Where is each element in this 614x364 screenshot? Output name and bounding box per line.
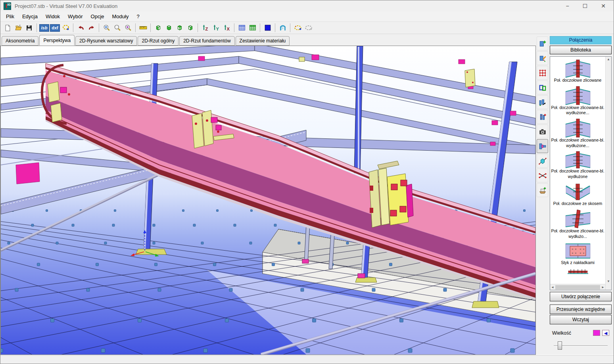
window-title: Project07.stb - Virtual Steel V7.00 Eval… xyxy=(15,3,117,9)
save-icon[interactable] xyxy=(24,23,35,33)
tab-2d-rysunek-warsztatowy[interactable]: 2D-Rysunek warsztatowy xyxy=(75,36,137,46)
render-photo-icon[interactable] xyxy=(537,125,548,138)
isb-norms-icon[interactable]: isb xyxy=(39,23,50,33)
menu-widok[interactable]: Widok xyxy=(42,12,64,21)
svg-text:X: X xyxy=(226,27,230,31)
tab-zestawienie-materialu[interactable]: Zestawienie materiału xyxy=(236,36,290,46)
magenta-color-swatch[interactable] xyxy=(593,330,600,336)
app-window: I 3D Project07.stb - Virtual Steel V7.00… xyxy=(0,0,614,364)
undo-icon[interactable] xyxy=(75,23,86,33)
view-cube-nw-icon[interactable] xyxy=(185,23,196,33)
library-item[interactable] xyxy=(550,268,605,275)
menu-help[interactable]: ? xyxy=(132,12,143,21)
scroll-left-icon[interactable]: ◄ xyxy=(551,285,554,289)
zoom-window-icon[interactable] xyxy=(123,23,133,33)
view-axis-x-icon[interactable]: X xyxy=(221,23,232,33)
axis-cross-icon[interactable] xyxy=(537,169,548,182)
butt-joint-thumbnail xyxy=(565,119,591,138)
frame-structure-icon[interactable] xyxy=(277,23,288,33)
add-member-icon[interactable] xyxy=(537,36,548,50)
divide-member-icon[interactable] xyxy=(537,110,548,124)
tab-aksonometria[interactable]: Aksonometria xyxy=(2,36,38,46)
library-item[interactable]: Styk z nakładkami xyxy=(550,242,605,266)
scroll-right-icon[interactable]: ► xyxy=(601,285,604,289)
size-label: Wielkość xyxy=(552,330,571,336)
relative-offset-button[interactable]: Przesunięcie względne xyxy=(550,305,612,314)
view-cube-sw-icon[interactable] xyxy=(153,23,163,33)
menubar: Plik Edycja Widok Wybór Opcje Moduły ? xyxy=(0,11,614,22)
maximize-button[interactable]: ☐ xyxy=(583,3,588,9)
view-cube-ne-icon[interactable] xyxy=(174,23,185,33)
rotate-view-disabled-icon xyxy=(303,23,314,33)
butt-joint-thumbnail xyxy=(565,59,591,78)
library-item[interactable]: Poł. doczołowe zlicowane-bl. wydłużo... xyxy=(550,209,605,239)
plate-splice-thumbnail xyxy=(565,242,591,260)
vertical-scrollbar[interactable]: ▲ ▼ xyxy=(605,57,611,290)
menu-wybor[interactable]: Wybór xyxy=(64,12,86,21)
connection-tool-icon[interactable] xyxy=(537,139,548,153)
panel-title: Połączenia xyxy=(550,36,612,44)
scroll-down-icon[interactable]: ▼ xyxy=(607,280,610,283)
side-toolbar xyxy=(536,34,549,355)
tab-2d-rzut-fundamentow[interactable]: 2D-Rzut fundamentów xyxy=(179,36,234,46)
load-button[interactable]: Wczytaj xyxy=(550,315,612,324)
grid-nodes-icon[interactable] xyxy=(537,66,548,80)
close-button[interactable]: ✕ xyxy=(601,3,606,9)
horizontal-scrollbar[interactable]: ◄ ► xyxy=(550,284,605,290)
view-axis-z-icon[interactable]: Z xyxy=(200,23,211,33)
butt-joint-thumbnail xyxy=(565,151,591,169)
view-tabbar: Aksonometria Perspektywa 2D-Rysunek wars… xyxy=(0,34,536,46)
library-item[interactable]: Poł. doczołowe zlicowane xyxy=(550,59,605,83)
skew-joint-thumbnail xyxy=(565,182,591,201)
partial-next-thumbnail xyxy=(565,268,591,275)
status-bar xyxy=(0,355,614,364)
move-member-icon[interactable] xyxy=(537,95,548,109)
dxf-export-icon[interactable]: dxf xyxy=(50,23,60,33)
app-icon: I 3D xyxy=(4,2,11,10)
connection-library-list[interactable]: Poł. doczołowe zlicowane Poł. doczołowe … xyxy=(550,56,612,290)
library-item[interactable]: Poł. doczołowe zlicowane-bl. wydłużone..… xyxy=(550,86,605,116)
table-materials-icon[interactable] xyxy=(247,23,258,33)
menu-plik[interactable]: Plik xyxy=(2,12,18,21)
view-axis-y-icon[interactable]: Y xyxy=(211,23,221,33)
edit-member-icon[interactable] xyxy=(537,51,548,65)
3d-viewport[interactable] xyxy=(0,46,536,355)
connections-panel: Połączenia Biblioteka Poł. doczołowe zli… xyxy=(549,34,614,355)
table-profiles-icon[interactable] xyxy=(236,23,247,33)
svg-text:Y: Y xyxy=(216,27,219,31)
blue-arrow-swatch[interactable]: ◀ xyxy=(602,330,609,336)
library-item[interactable]: Poł. doczołowe ze skosem xyxy=(550,182,605,207)
butt-joint-thumbnail xyxy=(565,86,591,105)
measure-ruler-icon[interactable] xyxy=(138,23,148,33)
node-tool-icon[interactable] xyxy=(537,154,548,168)
main-toolbar: isb dxf Z Y X xyxy=(0,22,614,34)
zoom-in-icon[interactable] xyxy=(101,23,112,33)
create-connection-button[interactable]: Utwórz połączenie xyxy=(550,292,612,301)
redraw-3d-icon[interactable] xyxy=(60,23,71,33)
minimize-button[interactable]: − xyxy=(566,3,569,9)
copy-member-icon[interactable] xyxy=(537,80,548,94)
tab-perspektywa[interactable]: Perspektywa xyxy=(39,35,75,46)
open-file-icon[interactable] xyxy=(13,23,24,33)
slider-thumb[interactable] xyxy=(558,341,562,350)
diagonal-joint-thumbnail xyxy=(565,209,591,228)
background-color-icon[interactable] xyxy=(262,23,273,33)
redo-icon[interactable] xyxy=(86,23,97,33)
new-document-icon[interactable] xyxy=(2,23,13,33)
svg-text:Z: Z xyxy=(205,27,208,31)
library-button[interactable]: Biblioteka xyxy=(550,46,612,54)
size-slider[interactable] xyxy=(550,341,612,350)
export-part-icon[interactable] xyxy=(537,183,548,197)
library-item[interactable]: Poł. doczołowe zlicowane-bl. wydłużone..… xyxy=(550,119,605,148)
tab-2d-rzut-ogolny[interactable]: 2D-Rzut ogólny xyxy=(138,36,178,46)
hscroll-thumb[interactable] xyxy=(555,285,600,289)
library-item[interactable]: Poł. doczołowe zlicowane-bl. wydłużone xyxy=(550,151,605,179)
titlebar: I 3D Project07.stb - Virtual Steel V7.00… xyxy=(0,0,614,11)
rotate-view-icon[interactable] xyxy=(292,23,303,33)
menu-moduly[interactable]: Moduły xyxy=(108,12,133,21)
scroll-up-icon[interactable]: ▲ xyxy=(607,57,610,61)
view-cube-se-icon[interactable] xyxy=(163,23,174,33)
zoom-out-icon[interactable] xyxy=(112,23,123,33)
menu-opcje[interactable]: Opcje xyxy=(87,12,108,21)
menu-edycja[interactable]: Edycja xyxy=(18,12,42,21)
